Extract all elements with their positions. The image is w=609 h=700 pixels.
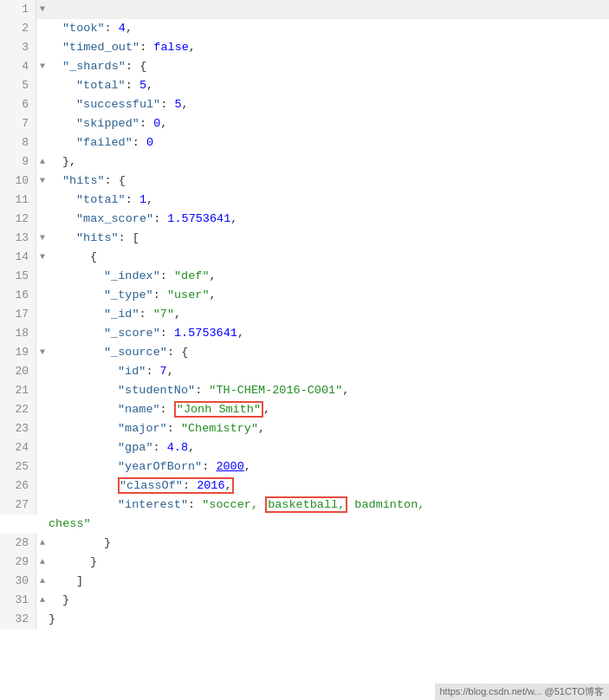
code-line: 26 "classOf": 2016, <box>0 476 609 496</box>
line-content: ] <box>49 572 609 591</box>
code-line: 31▲} <box>0 591 609 610</box>
line-content: } <box>49 553 609 572</box>
code-line: 8 "failed": 0 <box>0 133 609 152</box>
line-content: "total": 5, <box>49 76 609 95</box>
line-content: "hits": { <box>49 172 609 191</box>
fold-arrow[interactable]: ▼ <box>36 248 49 267</box>
code-line: 14▼{ <box>0 248 609 267</box>
line-number: 32 <box>0 610 36 629</box>
fold-arrow[interactable]: ▼ <box>36 229 49 248</box>
line-content: "major": "Chemistry", <box>49 419 609 438</box>
line-number: 17 <box>0 305 36 324</box>
line-content: "successful": 5, <box>49 95 609 114</box>
line-number: 5 <box>0 76 36 95</box>
code-line: 29▲} <box>0 553 609 572</box>
line-content: "_id": "7", <box>49 305 609 324</box>
line-content: "_type": "user", <box>49 286 609 305</box>
code-line: 22 "name": "Jonh Smith", <box>0 400 609 419</box>
code-line: 4▼"_shards": { <box>0 57 609 76</box>
code-line: 3 "timed_out": false, <box>0 38 609 57</box>
footer-text: https://blog.csdn.net/w... @51CTO博客 <box>435 684 610 700</box>
line-number: 26 <box>0 476 36 496</box>
code-line: 27 "interest": "soccer, basketball, badm… <box>0 496 609 515</box>
line-number: 11 <box>0 191 36 210</box>
line-number: 8 <box>0 133 36 152</box>
line-content: "_score": 1.5753641, <box>49 324 609 343</box>
code-line: 32 } <box>0 610 609 629</box>
line-number: 14 <box>0 248 36 267</box>
line-content: "_index": "def", <box>49 267 609 286</box>
line-content: chess" <box>49 515 609 534</box>
fold-arrow[interactable]: ▼ <box>36 172 49 191</box>
code-line: 30▲] <box>0 572 609 591</box>
line-number: 31 <box>0 591 36 610</box>
code-line: 25 "yearOfBorn": 2000, <box>0 457 609 476</box>
line-content: } <box>49 610 609 629</box>
line-number: 30 <box>0 572 36 591</box>
line-number: 10 <box>0 172 36 191</box>
code-line: 18 "_score": 1.5753641, <box>0 324 609 343</box>
code-line: 19▼"_source": { <box>0 343 609 362</box>
line-content: } <box>49 534 609 553</box>
line-number: 1 <box>0 0 36 19</box>
code-line: 24 "gpa": 4.8, <box>0 438 609 457</box>
line-content: "max_score": 1.5753641, <box>49 210 609 229</box>
line-content: "took": 4, <box>49 19 609 38</box>
line-number: 29 <box>0 553 36 572</box>
line-number: 24 <box>0 438 36 457</box>
line-content: "studentNo": "TH-CHEM-2016-C001", <box>49 381 609 400</box>
line-number: 28 <box>0 534 36 553</box>
code-line: 20 "id": 7, <box>0 362 609 381</box>
fold-arrow[interactable]: ▲ <box>36 572 49 591</box>
line-content: "skipped": 0, <box>49 114 609 133</box>
line-number: 2 <box>0 19 36 38</box>
line-content: "interest": "soccer, basketball, badmint… <box>49 496 609 515</box>
line-content: "id": 7, <box>49 362 609 381</box>
line-number: 16 <box>0 286 36 305</box>
line-number: 22 <box>0 400 36 419</box>
line-number: 25 <box>0 457 36 476</box>
line-number: 7 <box>0 114 36 133</box>
code-line: 23 "major": "Chemistry", <box>0 419 609 438</box>
line-content: "timed_out": false, <box>49 38 609 57</box>
code-container: 1▼2 "took": 4,3 "timed_out": false,4▼"_s… <box>0 0 609 700</box>
code-line: 5 "total": 5, <box>0 76 609 95</box>
line-content: { <box>49 248 609 267</box>
line-number: 4 <box>0 57 36 76</box>
fold-arrow[interactable]: ▼ <box>36 57 49 76</box>
line-content: "name": "Jonh Smith", <box>49 400 609 419</box>
line-number: 27 <box>0 496 36 515</box>
fold-arrow[interactable]: ▲ <box>36 152 49 172</box>
line-number: 19 <box>0 343 36 362</box>
code-line-chess: chess" <box>0 515 609 534</box>
code-line: 9▲}, <box>0 152 609 172</box>
code-line: 28▲} <box>0 534 609 553</box>
code-line: 7 "skipped": 0, <box>0 114 609 133</box>
line-content: "classOf": 2016, <box>49 476 609 496</box>
line-content: }, <box>49 152 609 172</box>
code-line: 1▼ <box>0 0 609 19</box>
code-line: 21 "studentNo": "TH-CHEM-2016-C001", <box>0 381 609 400</box>
code-line: 11 "total": 1, <box>0 191 609 210</box>
line-number: 6 <box>0 95 36 114</box>
fold-arrow[interactable]: ▼ <box>36 0 49 19</box>
fold-arrow[interactable]: ▼ <box>36 343 49 362</box>
line-number: 21 <box>0 381 36 400</box>
line-content: "total": 1, <box>49 191 609 210</box>
line-number: 23 <box>0 419 36 438</box>
fold-arrow[interactable]: ▲ <box>36 553 49 572</box>
fold-arrow[interactable]: ▲ <box>36 591 49 610</box>
line-number: 12 <box>0 210 36 229</box>
code-line: 6 "successful": 5, <box>0 95 609 114</box>
line-content: "_source": { <box>49 343 609 362</box>
line-number: 9 <box>0 152 36 172</box>
line-content: "gpa": 4.8, <box>49 438 609 457</box>
code-line: 12 "max_score": 1.5753641, <box>0 210 609 229</box>
line-content: "failed": 0 <box>49 133 609 152</box>
fold-arrow[interactable]: ▲ <box>36 534 49 553</box>
line-number: 3 <box>0 38 36 57</box>
line-content: "hits": [ <box>49 229 609 248</box>
line-number: 20 <box>0 362 36 381</box>
code-line: 16 "_type": "user", <box>0 286 609 305</box>
code-line: 17 "_id": "7", <box>0 305 609 324</box>
